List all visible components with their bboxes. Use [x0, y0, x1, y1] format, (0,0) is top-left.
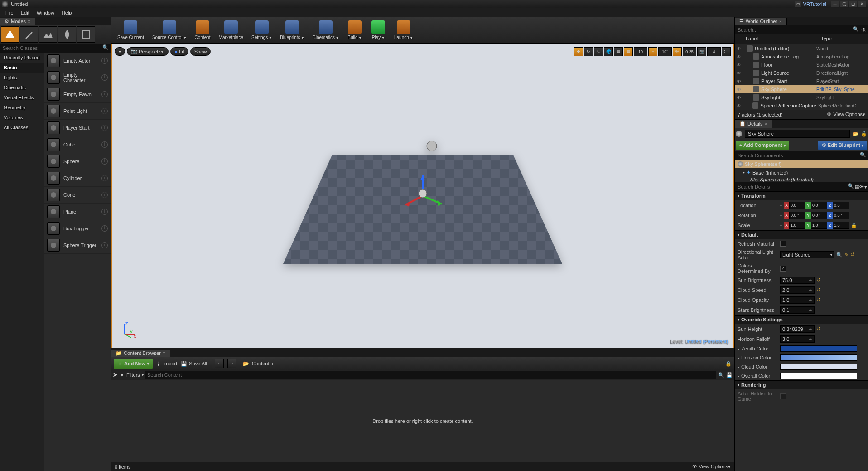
lock-icon[interactable]: 🔓 — [861, 131, 867, 137]
stars-brightness-input[interactable]: 0.1◂▸ — [780, 306, 815, 314]
info-icon[interactable]: i — [101, 242, 108, 248]
place-item[interactable]: Cubei — [44, 136, 111, 153]
cloud-opacity-input[interactable]: 1.0◂▸ — [780, 296, 815, 304]
visibility-icon[interactable]: 👁 — [737, 71, 743, 76]
save-all-button[interactable]: 💾Save All — [181, 361, 207, 367]
info-icon[interactable]: i — [101, 158, 108, 165]
transform-move-icon[interactable]: ✥ — [574, 47, 583, 56]
sun-height-input[interactable]: 0.348239◂▸ — [780, 325, 815, 333]
outliner-row[interactable]: 👁Sky SphereEdit BP_Sky_Sphe — [735, 85, 868, 93]
breadcrumb[interactable]: 📂Content▸ — [240, 361, 277, 367]
grid-snap-icon[interactable]: ▦ — [624, 47, 633, 56]
viewport-menu-button[interactable]: ▾ — [115, 47, 125, 56]
section-default[interactable]: ▾Default — [735, 230, 868, 239]
info-icon[interactable]: i — [101, 209, 108, 215]
reset-icon[interactable]: ↺ — [816, 287, 823, 293]
toolbar-cinematics[interactable]: Cinematics▼ — [309, 18, 342, 43]
sources-toggle-icon[interactable]: ⮞ — [113, 372, 118, 378]
lit-button[interactable]: ●Lit — [170, 47, 188, 56]
place-category[interactable]: Visual Effects — [0, 92, 44, 102]
outliner-row[interactable]: 👁FloorStaticMeshActor — [735, 61, 868, 69]
zenith-color-swatch[interactable] — [780, 345, 857, 352]
section-transform[interactable]: ▾Transform — [735, 191, 868, 200]
landscape-mode-icon[interactable] — [39, 26, 57, 43]
scale-y[interactable]: 1.0 — [811, 222, 827, 229]
search-classes-input[interactable] — [1, 44, 102, 52]
horizon-falloff-input[interactable]: 3.0◂▸ — [780, 335, 815, 343]
refresh-material-checkbox[interactable] — [780, 241, 786, 247]
component-mesh[interactable]: Sky Sphere mesh (Inherited) — [735, 177, 868, 182]
details-tab[interactable]: 📋Details× — [735, 120, 772, 128]
grid-snap-value[interactable]: 10 — [634, 47, 647, 56]
paint-mode-icon[interactable] — [20, 26, 38, 43]
info-icon[interactable]: i — [101, 125, 108, 131]
scale-x[interactable]: 1.0 — [789, 222, 805, 229]
modes-tab[interactable]: ⚙Modes× — [0, 18, 35, 25]
search-details-input[interactable] — [736, 183, 848, 190]
outliner-row[interactable]: 👁Atmospheric FogAtmosphericFog — [735, 53, 868, 61]
search-icon[interactable]: 🔍 — [853, 26, 860, 34]
transform-rotate-icon[interactable]: ↻ — [584, 47, 593, 56]
outliner-row[interactable]: 👁Light SourceDirectionalLight — [735, 69, 868, 77]
reset-icon[interactable]: ↺ — [816, 326, 823, 332]
content-browser-tab[interactable]: 📁Content Browser× — [111, 350, 170, 357]
info-icon[interactable]: i — [101, 141, 108, 148]
place-item[interactable]: Spherei — [44, 153, 111, 170]
toolbar-build[interactable]: Build▼ — [343, 18, 366, 43]
info-icon[interactable]: i — [101, 225, 108, 232]
reset-icon[interactable]: ↺ — [816, 297, 823, 303]
place-category[interactable]: All Classes — [0, 122, 44, 132]
toolbar-content[interactable]: Content — [191, 18, 214, 43]
pick-icon[interactable]: ✎ — [844, 252, 849, 258]
edit-blueprint-button[interactable]: ⚙ Edit Blueprint ▾ — [818, 141, 867, 150]
location-x[interactable]: 0.0 — [789, 202, 805, 209]
menu-window[interactable]: Window — [33, 9, 58, 16]
place-category[interactable]: Recently Placed — [0, 53, 44, 63]
view-options-button[interactable]: 👁 View Options▾ — [827, 112, 865, 117]
place-category[interactable]: Lights — [0, 73, 44, 83]
place-category[interactable]: Basic — [0, 63, 44, 73]
place-category[interactable]: Geometry — [0, 102, 44, 112]
menu-edit[interactable]: Edit — [17, 9, 33, 16]
search-icon[interactable]: 🔍 — [860, 152, 867, 159]
add-new-button[interactable]: ＋Add New▾ — [114, 359, 153, 369]
close-icon[interactable]: × — [765, 121, 767, 126]
place-item[interactable]: Planei — [44, 204, 111, 220]
place-item[interactable]: Conei — [44, 187, 111, 204]
lock-scale-icon[interactable]: 🔓 — [851, 223, 857, 228]
maximize-viewport-icon[interactable]: ⛶ — [722, 47, 731, 56]
angle-snap-icon[interactable]: △ — [648, 47, 657, 56]
save-search-icon[interactable]: 💾 — [726, 372, 733, 378]
viewmode-button[interactable]: 📷Perspective — [127, 47, 169, 56]
surface-snap-icon[interactable]: ▦ — [614, 47, 623, 56]
geometry-mode-icon[interactable] — [77, 26, 95, 43]
lock-icon[interactable]: 🔒 — [725, 361, 732, 367]
info-icon[interactable]: i — [101, 74, 108, 81]
section-override[interactable]: ▾Override Settings — [735, 315, 868, 324]
search-components-input[interactable] — [736, 152, 860, 159]
close-icon[interactable]: × — [779, 19, 782, 24]
history-fwd-button[interactable]: → — [227, 359, 236, 368]
cloud-speed-input[interactable]: 2.0◂▸ — [780, 286, 815, 294]
info-icon[interactable]: i — [101, 91, 108, 97]
rotation-y[interactable]: 0.0 ° — [811, 212, 827, 219]
place-item[interactable]: Empty Characteri — [44, 69, 111, 86]
outliner-row[interactable]: 👁Player StartPlayerStart — [735, 77, 868, 85]
browse-icon[interactable]: 📂 — [853, 131, 859, 137]
view-options-button[interactable]: 👁 View Options▾ — [692, 464, 731, 470]
show-button[interactable]: Show — [190, 47, 211, 56]
info-icon[interactable]: i — [101, 108, 108, 114]
camera-speed-value[interactable]: 4 — [707, 47, 721, 56]
location-y[interactable]: 0.0 — [811, 202, 827, 209]
reset-icon[interactable]: ↺ — [850, 252, 857, 258]
filters-button[interactable]: ▼Filters▾ — [120, 372, 144, 378]
component-self[interactable]: Sky Sphere(self) — [735, 160, 868, 168]
location-z[interactable]: 0.0 — [833, 202, 849, 209]
matrix-icon[interactable]: ▦ — [855, 184, 859, 190]
overall-color-swatch[interactable] — [780, 373, 857, 379]
toolbar-settings[interactable]: Settings▼ — [248, 18, 275, 43]
content-search-input[interactable] — [145, 371, 716, 379]
place-category[interactable]: Cinematic — [0, 83, 44, 92]
dock-button[interactable]: ▢ — [840, 1, 848, 7]
outliner-row[interactable]: 👁SphereReflectionCaptureSphereReflection… — [735, 102, 868, 110]
